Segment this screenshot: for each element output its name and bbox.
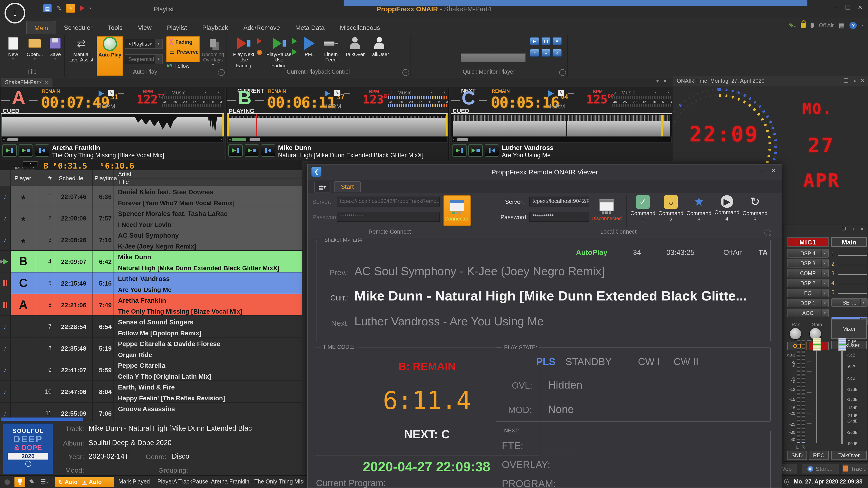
playlist-row[interactable]: ♪922:41:075:59Peppe CitarellaCelia Y Tit… (0, 359, 302, 381)
chevron-down-icon[interactable]: ▾ (431, 90, 433, 94)
menu-tab-add-remove[interactable]: Add/Remove (236, 21, 288, 35)
dialog-file-button[interactable]: ▤▾ (314, 182, 331, 193)
playlist-dock-tab[interactable]: ShakeFM-Part4 ✕ (1, 78, 53, 87)
command-button-1[interactable]: ✓Command 1 (630, 195, 656, 223)
local-password-field[interactable]: ********** (529, 212, 589, 222)
main-slot-5[interactable]: 5. (831, 286, 867, 295)
help-dropdown-icon[interactable]: ▾ (862, 24, 864, 27)
linein-feed-button[interactable]: LineIn Feed (320, 36, 342, 63)
scroll-right-icon[interactable]: ▸ (221, 137, 222, 141)
snd-button[interactable]: SND (787, 451, 807, 459)
main-slot-3[interactable]: 3. (831, 267, 867, 276)
dialog-title-bar[interactable]: ❮ ProppFrexx Remote ONAIR Viewer – ✕ (308, 164, 782, 180)
mic-button-eq[interactable]: EQ▼ (787, 289, 829, 297)
alert-icon[interactable]: ! (860, 478, 862, 485)
back-to-cue-button[interactable] (35, 144, 49, 157)
play-pause-button[interactable] (452, 144, 467, 157)
dialog-minimize-button[interactable]: – (761, 167, 764, 174)
dialog-tab-start[interactable]: Start (334, 181, 361, 192)
playlist-row[interactable]: ♪722:28:546:54Sense of Sound SingersFoll… (0, 316, 302, 337)
pfl-button[interactable]: PFL (300, 36, 318, 57)
dialog-close-button[interactable]: ✕ (771, 167, 776, 174)
playlist-row[interactable]: B422:09:076:42Mike DunnNatural High [Mik… (0, 251, 302, 272)
scroll-left-icon[interactable]: ◂ (453, 137, 454, 141)
menu-tab-playlist[interactable]: Playlist (159, 21, 195, 35)
expand-cpc-icon[interactable]: ⌄ (402, 69, 409, 76)
new-button[interactable]: New▾ (4, 36, 23, 61)
qmp-progress-bar[interactable] (461, 53, 526, 62)
app-menu-button[interactable]: ↓ (4, 3, 25, 24)
chevron-down-icon[interactable]: ▾ (667, 90, 669, 94)
device-icon[interactable]: ▤ (839, 22, 845, 29)
open-button[interactable]: Open...▾ (24, 36, 45, 61)
dock-close-icon[interactable]: ✕ (663, 78, 667, 84)
waveform[interactable] (451, 113, 672, 136)
mic-button-dsp-2[interactable]: DSP 2▼ (787, 279, 829, 287)
waveform[interactable] (227, 113, 447, 136)
mixer-maximize-icon[interactable]: ❐ (842, 226, 846, 231)
manual-live-assist-button[interactable]: ⇄ Manual Live-Assist (68, 36, 95, 63)
sequential-combo[interactable]: Sequential▾ (125, 54, 163, 64)
chevron-down-icon[interactable]: ▾ (443, 90, 445, 94)
auto-mode-group[interactable]: ↻ Auto ▲ Auto (55, 477, 114, 487)
microphone-icon[interactable] (811, 23, 814, 28)
qmp-stop-button[interactable]: ■ (553, 37, 562, 45)
menu-tab-playback[interactable]: Playback (195, 21, 236, 35)
help-icon[interactable]: ? (850, 22, 857, 29)
playlist-row[interactable]: ♪822:35:485:19Peppe Citarella & Davide F… (0, 337, 302, 359)
playlist-row[interactable]: A622:21:067:49Aretha FranklinThe Only Th… (0, 294, 302, 316)
menu-tab-view[interactable]: View (130, 21, 159, 35)
qmp-play-button[interactable]: ▶ (530, 37, 539, 45)
main-slot-4[interactable]: 4. (831, 276, 867, 286)
tab-standby[interactable]: ▶ Stan... (801, 463, 839, 474)
pfl-play-icon[interactable] (324, 90, 330, 97)
disconnected-button[interactable]: Disconnected (593, 195, 621, 225)
talkover-button[interactable]: TalkOver (831, 451, 867, 459)
pen-icon[interactable]: ✎▾ (789, 22, 796, 29)
pin-icon[interactable]: ⌖ (854, 76, 857, 86)
rec-button[interactable]: REC (809, 451, 829, 459)
scroll-thumb[interactable] (7, 138, 18, 141)
play-stop-button[interactable] (245, 144, 259, 157)
fade-marker-icon[interactable] (344, 93, 350, 94)
playlist-row[interactable]: ♪*322:08:267:16AC Soul SymphonyK-Jee (Jo… (0, 229, 302, 251)
mixer-pin-icon[interactable]: ⌖ (852, 226, 855, 232)
brush-icon[interactable]: ✎ (29, 478, 35, 486)
talkuser-button[interactable]: TalkUser (368, 36, 391, 57)
scroll-left-icon[interactable]: ◂ (3, 137, 4, 141)
main-slot-2[interactable]: 2. (831, 258, 867, 267)
mic-button-agc[interactable]: AGC▼ (787, 308, 829, 317)
play-stop-button[interactable] (19, 144, 33, 157)
chevron-down-icon[interactable]: ▾ (655, 90, 656, 94)
menu-tab-miscellaneous[interactable]: Miscellaneous (332, 21, 388, 35)
waveform[interactable] (1, 113, 224, 136)
upcoming-overlays-button[interactable]: Upcoming Overlays▾ (201, 36, 225, 67)
scroll-thumb[interactable] (457, 138, 468, 141)
edit-icon[interactable]: ✎ (108, 90, 114, 96)
clock-close-icon[interactable]: ✕ (860, 76, 865, 86)
pfl-play-icon[interactable] (548, 90, 554, 97)
save-button[interactable]: Save▾ (46, 36, 64, 61)
scroll-left-icon[interactable]: ◂ (229, 137, 230, 141)
back-to-cue-button[interactable] (261, 144, 275, 157)
playlist-hscrollbar[interactable] (1, 418, 83, 421)
fading-preserve-toggle[interactable]: ╳ Fading ☰ Preserve (166, 36, 200, 62)
expand-local-connect-icon[interactable]: ⌄ (765, 230, 771, 236)
qmp-forward-button[interactable]: » (541, 49, 551, 57)
qmp-pause-button[interactable]: ❙❙ (541, 37, 551, 45)
bulb-icon[interactable] (14, 477, 25, 487)
maximize-button[interactable]: ❐ (842, 4, 854, 11)
connected-button[interactable]: Connected (443, 195, 471, 226)
chevron-down-icon[interactable]: ▾ (205, 90, 207, 94)
expand-qmp-icon[interactable]: ⌄ (559, 69, 566, 76)
back-to-cue-button[interactable] (485, 144, 499, 157)
chevron-down-icon[interactable]: ▾ (217, 90, 219, 94)
fade-marker-icon[interactable] (118, 93, 124, 94)
mic-button-dsp-4[interactable]: DSP 4▼ (787, 249, 829, 258)
close-button[interactable]: ✕ (854, 4, 866, 11)
menu-tab-scheduler[interactable]: Scheduler (56, 21, 100, 35)
player-scrollbar[interactable]: ◂ (451, 137, 672, 143)
main-fader-handle[interactable] (838, 338, 846, 351)
qmp-eject-button[interactable]: ⍙ (553, 49, 562, 57)
tab-track[interactable]: Trac... (842, 463, 868, 474)
